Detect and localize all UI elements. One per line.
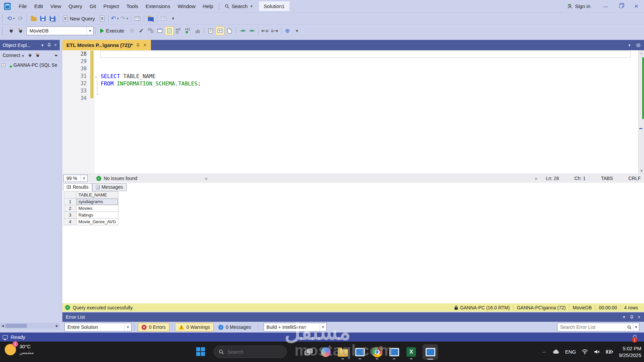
editor-vscrollbar[interactable]: ⊹ ▼ xyxy=(638,50,644,174)
file-explorer-button[interactable] xyxy=(337,345,348,359)
menu-window[interactable]: Window xyxy=(174,2,199,11)
row-number-cell[interactable]: 4 xyxy=(64,219,76,225)
toolbar-overflow-icon[interactable]: ▸▸ xyxy=(55,53,57,57)
live-query-stats-button[interactable] xyxy=(184,26,193,35)
menu-tools[interactable]: Tools xyxy=(123,2,142,11)
toolbar-overflow-button[interactable]: ▼ xyxy=(169,14,177,23)
toolbar-grip[interactable] xyxy=(2,15,5,22)
uncomment-button[interactable]: ≡⇤ xyxy=(248,26,256,35)
navigate-back-button[interactable]: ⟲▼ xyxy=(7,14,15,23)
notification-badge[interactable]: 1 xyxy=(632,337,637,343)
save-all-button[interactable] xyxy=(48,14,57,23)
table-row[interactable]: 2 Movies xyxy=(64,205,118,212)
build-intellisense-selector[interactable]: Build + IntelliSense ▼ xyxy=(264,323,327,331)
menu-extensions[interactable]: Extensions xyxy=(142,2,174,11)
zoom-selector[interactable]: 99 % ▼ xyxy=(63,175,88,182)
app-window-button[interactable] xyxy=(388,345,400,359)
wifi-icon[interactable] xyxy=(582,349,588,354)
solution-selector[interactable]: Solution1 xyxy=(259,1,289,11)
messages-filter-button[interactable]: i 0 Messages xyxy=(215,323,254,331)
activity-monitor-button[interactable] xyxy=(133,14,142,23)
volume-muted-icon[interactable] xyxy=(594,349,600,354)
scroll-down-icon[interactable]: ▼ xyxy=(639,169,644,173)
battery-icon[interactable] xyxy=(606,350,613,354)
menu-project[interactable]: Project xyxy=(100,2,123,11)
row-number-cell[interactable]: 3 xyxy=(64,212,76,219)
connect-plug-icon[interactable] xyxy=(28,53,32,57)
language-indicator[interactable]: ENG xyxy=(565,349,576,355)
copilot-button[interactable] xyxy=(320,345,331,359)
scroll-right-icon[interactable]: ▶ xyxy=(54,324,60,327)
close-button[interactable]: ✕ xyxy=(629,3,644,9)
gear-icon[interactable] xyxy=(636,43,641,48)
scroll-left-icon[interactable]: ◀ xyxy=(0,324,5,327)
search-icon[interactable] xyxy=(626,325,633,329)
include-actual-plan-button[interactable] xyxy=(174,26,183,35)
menu-file[interactable]: File xyxy=(15,2,31,11)
row-number-cell[interactable]: 2 xyxy=(64,205,76,212)
tray-overflow-icon[interactable]: ︿ xyxy=(542,349,546,355)
cell-value[interactable]: Movies xyxy=(76,205,118,212)
disconnect-plug-icon[interactable] xyxy=(36,53,40,57)
table-row[interactable]: 3 Ratings xyxy=(64,212,118,219)
server-tree-node[interactable]: + GANNA-PC (SQL Se xyxy=(0,60,60,70)
table-row[interactable]: 4 Movie_Genre_AVG xyxy=(64,219,118,225)
close-icon[interactable]: ✕ xyxy=(54,43,57,47)
sql-code-editor[interactable]: 28 29 30 31 SELECT TABLE_NAME 32 FROM IN… xyxy=(62,50,644,174)
intellisense-toggle-button[interactable] xyxy=(165,26,174,35)
open-file-button[interactable] xyxy=(29,14,38,23)
app-window-button[interactable] xyxy=(354,345,366,359)
pin-icon[interactable] xyxy=(630,315,634,319)
cell-value[interactable]: sysdiagrams xyxy=(76,198,118,205)
query-document-tab[interactable]: ETL Movies P...\ganna (72))* ✕ xyxy=(62,40,151,50)
specify-values-button[interactable] xyxy=(283,26,292,35)
error-scope-selector[interactable]: Entire Solution ▼ xyxy=(64,323,131,331)
new-query-button[interactable]: New Query xyxy=(61,14,97,23)
hscroll-left-icon[interactable]: ◀ xyxy=(204,177,207,180)
cell-value[interactable]: Ratings xyxy=(76,212,118,219)
tab-messages[interactable]: Messages xyxy=(92,183,127,191)
scrollbar-options-icon[interactable]: ⊹ xyxy=(639,50,644,57)
connect-button[interactable] xyxy=(7,26,15,35)
object-explorer-hscrollbar[interactable]: ◀ ▶ xyxy=(0,323,60,329)
results-to-text-button[interactable] xyxy=(206,26,215,35)
cancel-query-button[interactable] xyxy=(127,26,136,35)
find-in-files-button[interactable] xyxy=(146,14,155,23)
chevron-down-icon[interactable]: ▼ xyxy=(633,323,639,331)
corner-cell[interactable] xyxy=(64,192,76,198)
taskbar-search-input[interactable] xyxy=(227,349,274,355)
client-statistics-button[interactable] xyxy=(193,26,202,35)
pin-icon[interactable] xyxy=(136,43,140,47)
onedrive-cloud-icon[interactable] xyxy=(552,349,559,354)
results-to-file-button[interactable] xyxy=(225,26,234,35)
increase-indent-button[interactable]: ≡⇥ xyxy=(270,26,279,35)
error-search-input[interactable] xyxy=(557,324,626,330)
toolbar-overflow-button[interactable]: ▼ xyxy=(292,26,301,35)
minimize-button[interactable]: — xyxy=(598,3,613,9)
navigate-forward-button[interactable]: ⟳ xyxy=(16,14,25,23)
menu-view[interactable]: View xyxy=(47,2,65,11)
decrease-indent-button[interactable]: ⇤≡ xyxy=(261,26,269,35)
cell-value[interactable]: Movie_Genre_AVG xyxy=(76,219,118,225)
weather-widget[interactable]: 1 30°C مشمس xyxy=(5,344,34,355)
pin-icon[interactable] xyxy=(47,43,51,47)
undo-button[interactable]: ↶▼ xyxy=(111,14,119,23)
expand-icon[interactable]: + xyxy=(1,63,5,67)
object-explorer-header[interactable]: Object Expl... ▼ ✕ xyxy=(0,40,60,50)
parse-button[interactable]: ✓ xyxy=(137,26,146,35)
comment-button[interactable]: ⇥≡ xyxy=(238,26,247,35)
menu-search[interactable]: Search ▼ xyxy=(221,2,256,11)
open-query-button[interactable] xyxy=(98,14,106,23)
row-number-cell[interactable]: 1 xyxy=(64,198,76,205)
query-options-button[interactable] xyxy=(156,26,164,35)
table-row[interactable]: 1 sysdiagrams xyxy=(64,198,118,205)
feedback-icon[interactable] xyxy=(3,335,8,339)
estimated-plan-button[interactable] xyxy=(146,26,155,35)
task-view-button[interactable] xyxy=(303,345,314,359)
tab-results[interactable]: Results xyxy=(63,183,92,191)
ssms-taskbar-button[interactable] xyxy=(423,344,438,360)
database-selector[interactable]: MovieDB ▼ xyxy=(26,26,94,35)
redo-button[interactable]: ↷▼ xyxy=(120,14,129,23)
toolbar-grip[interactable] xyxy=(2,27,5,35)
close-icon[interactable]: ✕ xyxy=(143,43,147,48)
